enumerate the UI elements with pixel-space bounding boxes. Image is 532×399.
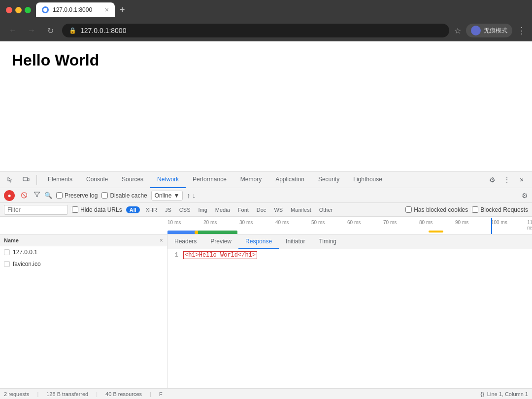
- title-bar: 127.0.0.1:8000 × +: [0, 0, 532, 20]
- browser-chrome: 127.0.0.1:8000 × + ← → ↻ 🔒 127.0.0.1:800…: [0, 0, 532, 41]
- filter-font[interactable]: Font: [236, 206, 251, 213]
- cursor-tool-button[interactable]: [4, 173, 17, 186]
- search-icon[interactable]: 🔍: [44, 192, 52, 199]
- filter-media[interactable]: Media: [213, 206, 232, 213]
- import-export-buttons: ↑ ↓: [187, 192, 196, 200]
- response-code: <h1>Hello World</h1>: [183, 252, 257, 259]
- profile-icon: [471, 26, 481, 35]
- address-bar-right: ☆ 无痕模式 ⋮: [454, 24, 526, 37]
- response-content: 1 <h1>Hello World</h1>: [167, 249, 532, 388]
- timeline-ruler[interactable]: 10 ms 20 ms 30 ms 40 ms 50 ms 60 ms 70 m…: [167, 217, 532, 234]
- requests-count: 2 requests: [4, 391, 29, 397]
- close-traffic-light[interactable]: [6, 7, 12, 13]
- response-line-1: 1 <h1>Hello World</h1>: [167, 251, 532, 262]
- filter-right: Has blocked cookies Blocked Requests: [405, 206, 528, 213]
- response-panel: Headers Preview Response Initiator Timin…: [167, 234, 532, 388]
- filter-ws[interactable]: WS: [272, 206, 285, 213]
- response-panel-close[interactable]: ×: [160, 237, 163, 244]
- forward-button[interactable]: →: [25, 24, 38, 37]
- filter-icon[interactable]: [33, 191, 40, 200]
- file-item-favicon[interactable]: favicon.ico: [0, 258, 167, 270]
- has-blocked-cookies-checkbox[interactable]: Has blocked cookies: [405, 206, 468, 213]
- hide-data-urls-checkbox[interactable]: Hide data URLs: [72, 206, 122, 213]
- tab-security[interactable]: Security: [311, 171, 346, 188]
- resp-tab-preview[interactable]: Preview: [203, 234, 238, 249]
- maximize-traffic-light[interactable]: [25, 7, 31, 13]
- network-settings-button[interactable]: ⚙: [522, 192, 528, 200]
- resp-tab-headers[interactable]: Headers: [167, 234, 203, 249]
- import-button[interactable]: ↑: [187, 192, 190, 200]
- tab-memory[interactable]: Memory: [233, 171, 268, 188]
- bookmark-star-icon[interactable]: ☆: [454, 26, 461, 35]
- address-input[interactable]: 🔒 127.0.0.1:8000: [62, 24, 449, 37]
- filter-all-button[interactable]: All: [126, 206, 140, 213]
- tab-network[interactable]: Network: [150, 171, 186, 188]
- filter-other[interactable]: Other: [317, 206, 335, 213]
- profile-text: 无痕模式: [484, 27, 507, 35]
- resp-tab-timing[interactable]: Timing: [312, 234, 343, 249]
- address-text: 127.0.0.1:8000: [80, 27, 126, 34]
- minimize-traffic-light[interactable]: [15, 7, 22, 13]
- export-button[interactable]: ↓: [192, 192, 196, 200]
- filter-xhr[interactable]: XHR: [144, 206, 159, 213]
- filter-css[interactable]: CSS: [177, 206, 193, 213]
- blocked-requests-checkbox[interactable]: Blocked Requests: [472, 206, 528, 213]
- new-tab-button[interactable]: +: [117, 5, 128, 15]
- tab-elements[interactable]: Elements: [41, 171, 79, 188]
- devtools-settings-button[interactable]: ⚙: [486, 173, 499, 186]
- transferred-size: 128 B transferred: [46, 391, 88, 397]
- timeline-label-100: 100 ms: [491, 220, 507, 225]
- timeline-label-80: 80 ms: [419, 220, 432, 225]
- back-button[interactable]: ←: [6, 24, 20, 37]
- filter-manifest[interactable]: Manifest: [289, 206, 313, 213]
- resp-tab-response[interactable]: Response: [238, 234, 279, 249]
- filter-doc[interactable]: Doc: [255, 206, 268, 213]
- filter-bar: Hide data URLs All XHR JS CSS Img Media …: [0, 203, 532, 217]
- response-tabs: Headers Preview Response Initiator Timin…: [167, 234, 532, 249]
- lock-icon: 🔒: [69, 27, 76, 34]
- svg-rect-0: [23, 177, 28, 181]
- disable-cache-checkbox[interactable]: Disable cache: [101, 192, 147, 199]
- timeline-cursor: [491, 218, 492, 235]
- devtools-panel: Elements Console Sources Network Perform…: [0, 171, 532, 399]
- devtools-tabs: Elements Console Sources Network Perform…: [41, 171, 483, 188]
- tab-console[interactable]: Console: [79, 171, 115, 188]
- tab-lighthouse[interactable]: Lighthouse: [346, 171, 389, 188]
- status-bar: 2 requests | 128 B transferred | 40 B re…: [0, 388, 532, 399]
- filter-img[interactable]: Img: [196, 206, 209, 213]
- timeline-label-70: 70 ms: [383, 220, 397, 225]
- svg-rect-1: [28, 178, 29, 181]
- throttling-select[interactable]: Online ▼: [151, 191, 183, 200]
- timeline-label-40: 40 ms: [275, 220, 289, 225]
- tab-bar: 127.0.0.1:8000 × +: [36, 2, 526, 17]
- clear-button[interactable]: 🚫: [19, 190, 30, 201]
- filter-input[interactable]: [4, 205, 68, 215]
- tab-application[interactable]: Application: [268, 171, 311, 188]
- record-button[interactable]: ●: [4, 190, 15, 201]
- profile-button[interactable]: 无痕模式: [466, 24, 512, 37]
- tab-performance[interactable]: Performance: [186, 171, 233, 188]
- file-item-127[interactable]: 127.0.0.1: [0, 246, 167, 258]
- console-status: {} Line 1, Column 1: [480, 391, 528, 397]
- devtools-toolbar: Elements Console Sources Network Perform…: [0, 171, 532, 188]
- devtools-more-button[interactable]: ⋮: [500, 173, 513, 186]
- timeline: 10 ms 20 ms 30 ms 40 ms 50 ms 60 ms 70 m…: [0, 217, 532, 234]
- console-icon: {}: [480, 391, 484, 397]
- timeline-label-10: 10 ms: [167, 220, 181, 225]
- devtools-close-button[interactable]: ×: [515, 173, 528, 186]
- tab-close-button[interactable]: ×: [105, 6, 109, 13]
- timeline-label-30: 30 ms: [239, 220, 253, 225]
- refresh-button[interactable]: ↻: [43, 24, 57, 37]
- device-toggle-button[interactable]: [20, 173, 33, 186]
- preserve-log-checkbox[interactable]: Preserve log: [56, 192, 98, 199]
- browser-more-button[interactable]: ⋮: [517, 25, 526, 36]
- timeline-label-110: 110 ms: [527, 220, 532, 231]
- timeline-bar-yellow: [429, 231, 443, 233]
- filter-js[interactable]: JS: [163, 206, 173, 213]
- file-item-name-127: 127.0.0.1: [13, 249, 163, 256]
- tab-favicon-icon: [42, 6, 49, 13]
- resp-tab-initiator[interactable]: Initiator: [279, 234, 312, 249]
- browser-tab[interactable]: 127.0.0.1:8000 ×: [36, 2, 115, 17]
- traffic-lights: [6, 7, 31, 13]
- tab-sources[interactable]: Sources: [115, 171, 150, 188]
